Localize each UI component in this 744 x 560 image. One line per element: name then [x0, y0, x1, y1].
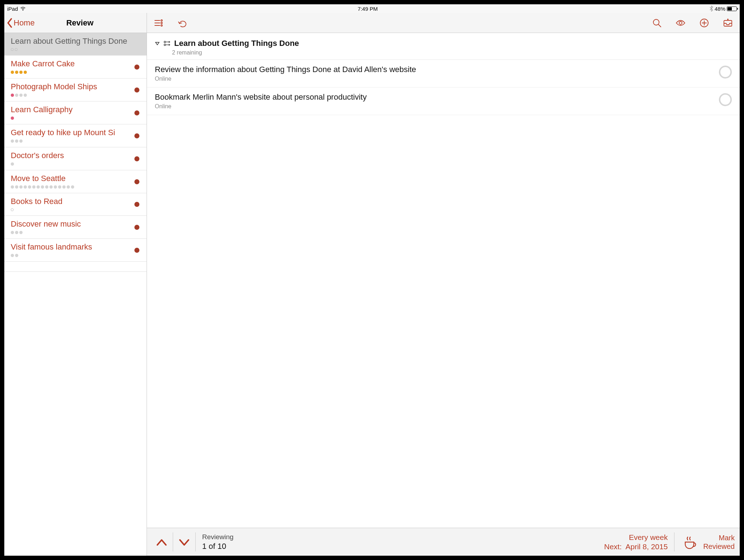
project-type-icon: [163, 41, 171, 46]
device-label: iPad: [7, 6, 18, 12]
reviewing-label: Reviewing: [202, 533, 234, 541]
project-progress-dots: [11, 139, 140, 143]
review-next: Next: April 8, 2015: [604, 542, 668, 551]
project-header: Learn about Getting Things Done 2 remain…: [147, 33, 740, 60]
review-position: 1 of 10: [202, 542, 234, 551]
disclosure-icon[interactable]: [155, 41, 160, 46]
task-title: Review the information about Getting Thi…: [155, 65, 712, 74]
undo-icon[interactable]: [177, 18, 188, 28]
project-progress-dots: [11, 231, 140, 234]
mark-label-2: Reviewed: [703, 542, 735, 551]
project-item[interactable]: Get ready to hike up Mount Si: [4, 124, 147, 147]
sidebar-navbar: Home Review: [4, 13, 147, 33]
project-item[interactable]: Move to Seattle: [4, 170, 147, 193]
review-schedule[interactable]: Every week Next: April 8, 2015: [599, 528, 673, 556]
project-item[interactable]: Photograph Model Ships: [4, 79, 147, 101]
project-progress-dots: [11, 162, 140, 166]
project-item[interactable]: Learn about Getting Things Done: [4, 33, 147, 56]
review-due-indicator: [134, 179, 139, 184]
review-due-indicator: [134, 65, 139, 70]
project-item-title: Doctor's orders: [11, 151, 140, 160]
project-item[interactable]: Make Carrot Cake: [4, 56, 147, 79]
svg-line-8: [658, 24, 661, 27]
project-item-title: Photograph Model Ships: [11, 82, 140, 91]
inbox-icon[interactable]: [722, 18, 733, 28]
project-item-title: Get ready to hike up Mount Si: [11, 128, 140, 137]
project-item-title: Move to Seattle: [11, 174, 140, 183]
svg-point-5: [161, 22, 162, 24]
review-due-indicator: [134, 202, 139, 207]
mark-label-1: Mark: [703, 533, 735, 542]
project-title: Learn about Getting Things Done: [174, 39, 299, 48]
task-row[interactable]: Review the information about Getting Thi…: [147, 60, 740, 87]
next-project-button[interactable]: [175, 528, 194, 556]
sidebar-title: Review: [13, 18, 147, 28]
svg-point-4: [161, 20, 162, 21]
coffee-cup-icon: [682, 534, 698, 550]
review-due-indicator: [134, 87, 139, 92]
review-due-indicator: [134, 225, 139, 230]
svg-point-0: [23, 10, 23, 10]
main-toolbar: [147, 13, 740, 33]
clock: 7:49 PM: [26, 6, 710, 12]
svg-point-17: [164, 44, 166, 46]
bluetooth-icon: [710, 6, 713, 11]
task-context: Online: [155, 103, 712, 110]
project-progress-dots: [11, 94, 140, 97]
eye-icon[interactable]: [675, 18, 686, 28]
project-progress-dots: [11, 254, 140, 257]
project-item-title: Books to Read: [11, 197, 140, 206]
project-item[interactable]: Doctor's orders: [4, 147, 147, 170]
prev-project-button[interactable]: [152, 528, 171, 556]
task-list: Review the information about Getting Thi…: [147, 60, 740, 528]
svg-point-9: [679, 22, 682, 24]
project-item-title: Learn Calligraphy: [11, 105, 140, 114]
project-item-title: Learn about Getting Things Done: [11, 37, 140, 46]
wifi-icon: [20, 6, 26, 12]
review-frequency: Every week: [604, 533, 668, 542]
project-progress-dots: [11, 71, 140, 74]
project-item[interactable]: Visit famous landmarks: [4, 239, 147, 262]
task-checkbox[interactable]: [719, 93, 732, 106]
task-title: Bookmark Merlin Mann's website about per…: [155, 92, 712, 102]
project-list: Learn about Getting Things DoneMake Carr…: [4, 33, 147, 556]
project-progress-dots: [11, 117, 140, 120]
review-due-indicator: [134, 133, 139, 138]
review-footer: Reviewing 1 of 10 Every week Next: April…: [147, 528, 740, 556]
add-icon[interactable]: [699, 18, 710, 28]
project-item-title: Discover new music: [11, 219, 140, 229]
search-icon[interactable]: [652, 18, 662, 28]
project-progress-dots: [11, 185, 140, 189]
project-item-title: Make Carrot Cake: [11, 59, 140, 68]
battery-pct: 48%: [715, 6, 725, 12]
review-due-indicator: [134, 156, 139, 161]
task-checkbox[interactable]: [719, 66, 732, 79]
task-context: Online: [155, 76, 712, 82]
project-progress-dots: [11, 208, 140, 211]
battery-icon: [727, 6, 737, 11]
project-progress-dots: [11, 48, 140, 51]
review-due-indicator: [134, 110, 139, 115]
mark-reviewed-button[interactable]: Mark Reviewed: [676, 528, 735, 556]
project-item[interactable]: Discover new music: [4, 216, 147, 239]
svg-point-16: [164, 41, 166, 43]
view-options-icon[interactable]: [153, 18, 164, 28]
task-row[interactable]: Bookmark Merlin Mann's website about per…: [147, 87, 740, 115]
project-item[interactable]: Learn Calligraphy: [4, 101, 147, 124]
review-counter: Reviewing 1 of 10: [197, 528, 239, 556]
remaining-count: 2 remaining: [172, 49, 732, 56]
review-due-indicator: [134, 248, 139, 253]
svg-point-6: [161, 25, 162, 26]
status-bar: iPad 7:49 PM 48%: [4, 4, 740, 13]
project-item-title: Visit famous landmarks: [11, 242, 140, 252]
project-item[interactable]: Books to Read: [4, 193, 147, 216]
